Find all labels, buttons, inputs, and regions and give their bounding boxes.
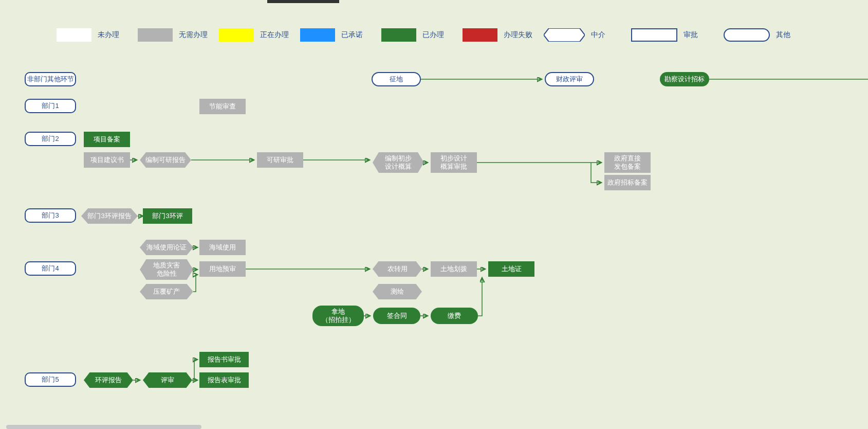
node-bumen3baogao[interactable]: 部门3环评报告 [81, 208, 138, 224]
legend-unhandled: 未办理 [57, 28, 126, 42]
node-zhengfuzhijie[interactable]: 政府直接 发包备案 [604, 152, 651, 173]
node-jianyi[interactable]: 项目建议书 [84, 152, 130, 168]
legend-swatch-white [57, 28, 91, 42]
legend-failed: 办理失败 [463, 28, 532, 42]
legend-swatch-blue [300, 28, 335, 42]
legend-swatch-yellow [219, 28, 254, 42]
node-cehui[interactable]: 测绘 [373, 284, 422, 299]
row-label-other[interactable]: 非部门其他环节 [25, 72, 76, 86]
legend-label: 办理失败 [504, 30, 532, 40]
legend-label: 无需办理 [179, 30, 208, 40]
legend-row: 未办理 无需办理 正在办理 已承诺 已办理 办理失败 中介 [57, 28, 816, 42]
node-yafu[interactable]: 压覆矿产 [140, 284, 193, 299]
row-label-dept2[interactable]: 部门2 [25, 132, 76, 146]
horizontal-scrollbar[interactable] [6, 425, 201, 429]
node-jieneng[interactable]: 节能审查 [199, 99, 246, 114]
node-dizhizaihai[interactable]: 地质灾害 危险性 [140, 259, 193, 280]
node-bianzhichubu[interactable]: 编制初步 设计概算 [373, 152, 424, 173]
legend-label: 正在办理 [260, 30, 289, 40]
legend-approval: 审批 [631, 28, 712, 42]
node-nadi[interactable]: 拿地 （招拍挂） [312, 306, 364, 326]
legend-swatch-hex [544, 28, 585, 42]
legend-in-progress: 正在办理 [219, 28, 289, 42]
node-haiyushiyong2[interactable]: 海域使用 [199, 240, 246, 255]
legend-swatch-pill [724, 28, 770, 42]
node-tudihuabo[interactable]: 土地划拨 [431, 261, 477, 277]
legend-done: 已办理 [381, 28, 451, 42]
legend-swatch-red [463, 28, 497, 42]
legend-intermediary: 中介 [544, 28, 620, 42]
svg-marker-0 [544, 28, 585, 42]
node-jiaofei[interactable]: 缴费 [431, 308, 478, 324]
row-label-dept4[interactable]: 部门4 [25, 261, 76, 276]
node-baogaobiao[interactable]: 报告表审批 [199, 372, 249, 388]
row-label-dept5[interactable]: 部门5 [25, 372, 76, 387]
legend-swatch-grey [138, 28, 173, 42]
node-yongdiyushen[interactable]: 用地预审 [199, 261, 246, 277]
node-huanpingbaogao[interactable]: 环评报告 [84, 372, 133, 388]
node-haiyushiyong[interactable]: 海域使用论证 [140, 240, 193, 255]
legend-label: 审批 [684, 30, 712, 40]
legend-swatch-green [381, 28, 416, 42]
node-keyanbaogao[interactable]: 编制可研报告 [140, 152, 191, 168]
legend-promised: 已承诺 [300, 28, 370, 42]
node-qianhetong[interactable]: 签合同 [373, 308, 420, 324]
top-accent-bar [267, 0, 339, 3]
legend-no-need: 无需办理 [138, 28, 208, 42]
diagram-canvas: 未办理 无需办理 正在办理 已承诺 已办理 办理失败 中介 [0, 0, 868, 429]
row-label-dept1[interactable]: 部门1 [25, 99, 76, 113]
node-bumen3huanping[interactable]: 部门3环评 [143, 208, 192, 224]
legend-other: 其他 [724, 28, 805, 42]
node-xiangmubeian[interactable]: 项目备案 [84, 132, 130, 147]
node-pingshen[interactable]: 评审 [143, 372, 192, 388]
legend-label: 其他 [776, 30, 805, 40]
node-keyanshenpi[interactable]: 可研审批 [257, 152, 303, 168]
node-zhengfuzhaobiao[interactable]: 政府招标备案 [604, 175, 651, 190]
node-zhengdi[interactable]: 征地 [372, 72, 421, 86]
legend-label: 已办理 [422, 30, 451, 40]
row-label-dept3[interactable]: 部门3 [25, 208, 76, 223]
node-baogaoshu[interactable]: 报告书审批 [199, 352, 249, 367]
node-chubusheji[interactable]: 初步设计 概算审批 [431, 152, 477, 173]
legend-label: 已承诺 [341, 30, 370, 40]
node-nongzhuan[interactable]: 农转用 [373, 261, 422, 277]
legend-label: 中介 [591, 30, 620, 40]
legend-swatch-rect [631, 28, 677, 42]
legend-label: 未办理 [98, 30, 126, 40]
node-caizheng[interactable]: 财政评审 [545, 72, 594, 86]
node-kancha[interactable]: 勘察设计招标 [660, 72, 709, 86]
node-tudizheng[interactable]: 土地证 [488, 261, 534, 277]
